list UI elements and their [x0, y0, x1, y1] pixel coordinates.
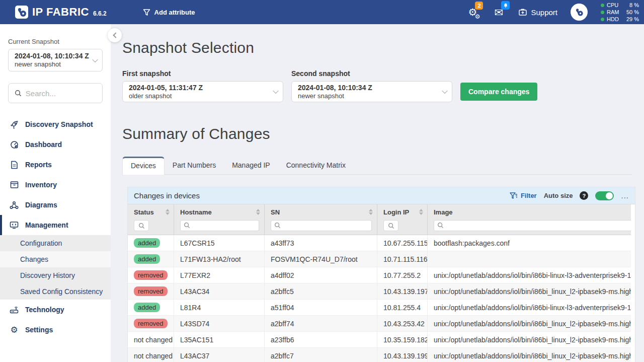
cell-sn: a23ffb6: [265, 332, 377, 347]
status-badge: added: [134, 238, 160, 248]
column-header-image[interactable]: Image: [428, 204, 635, 220]
brand-name: IP FABRIC: [32, 6, 89, 19]
sidebar-item-label: Reports: [25, 161, 52, 169]
sidebar-item-diagrams[interactable]: Diagrams: [0, 195, 111, 215]
column-header-login-ip[interactable]: Login IP: [377, 204, 428, 220]
cell-hostname: L67CSR15: [174, 235, 265, 251]
cell-status: added: [128, 235, 174, 251]
compare-changes-button[interactable]: Compare changes: [460, 83, 537, 101]
column-header-status[interactable]: Status: [128, 204, 174, 220]
cell-sn: a4dff02: [265, 267, 377, 283]
cell-hostname: L43SD74: [174, 316, 265, 331]
cell-hostname: L77EXR2: [174, 267, 265, 283]
table-row[interactable]: addedL71FW13-HA2/rootFOSVM1QC-R74U_D7/ro…: [128, 251, 635, 267]
table-filter-row: [128, 220, 635, 235]
more-options-button[interactable]: ...: [621, 191, 629, 200]
sidebar-item-discovery-snapshot[interactable]: Discovery Snapshot: [0, 114, 111, 134]
rocket-icon: [9, 120, 19, 129]
table-row[interactable]: not changedL35AC151a23ffb610.35.159.182u…: [128, 332, 635, 348]
sidebar-item-reports[interactable]: Reports: [0, 155, 111, 175]
status-dot-icon: [601, 11, 604, 14]
sidebar-collapse-button[interactable]: [108, 28, 122, 42]
first-aid-kit-icon: [518, 8, 527, 17]
main-content: Snapshot Selection First snapshot 2024-0…: [111, 24, 644, 362]
cell-status: removed: [128, 283, 174, 299]
table-body: addedL67CSR15a43ff7310.67.255.115bootfla…: [128, 235, 635, 362]
search-input[interactable]: [26, 89, 96, 98]
chevron-down-icon: [92, 56, 98, 62]
messages-button[interactable]: ✉: [492, 6, 505, 19]
sidebar-subitem-discovery-history[interactable]: Discovery History: [0, 267, 111, 283]
sidebar-item-label: Inventory: [25, 181, 57, 189]
column-header-hostname[interactable]: Hostname: [174, 204, 265, 220]
cell-sn: a2bff74: [265, 316, 377, 331]
filter-search-button-status[interactable]: [134, 220, 149, 231]
current-snapshot-select[interactable]: 2024-01-08, 10:10:34 Z newer snapshot: [8, 49, 103, 71]
sidebar-item-technology[interactable]: Technology: [0, 300, 111, 320]
router-icon: [9, 306, 19, 314]
sidebar-item-label: Diagrams: [25, 201, 57, 209]
sidebar-item-inventory[interactable]: Inventory: [0, 175, 111, 195]
table-row[interactable]: removedL43SD74a2bff7410.43.253.42unix:/o…: [128, 316, 635, 332]
summary-title: Summary of Changes: [122, 125, 644, 142]
status-badge: removed: [134, 270, 168, 280]
sidebar-item-settings[interactable]: ⚙Settings: [0, 320, 111, 340]
sidebar-item-management[interactable]: Management: [0, 215, 111, 235]
support-button[interactable]: Support: [518, 8, 557, 17]
sort-icon[interactable]: [416, 209, 423, 215]
cell-image: unix:/opt/unetlab/addons/iol/bin/i86bi_l…: [428, 316, 635, 331]
dashboard-icon: [9, 140, 19, 149]
first-snapshot-select[interactable]: 2024-01-05, 11:31:47 Z older snapshot: [122, 81, 283, 102]
filter-cell-sn: [265, 220, 377, 235]
tab-devices[interactable]: Devices: [122, 157, 165, 175]
report-icon: [9, 161, 19, 169]
settings-gears-button[interactable]: ⚙ ⚙ 2: [466, 6, 479, 19]
table-row[interactable]: addedL67CSR15a43ff7310.67.255.115bootfla…: [128, 235, 635, 251]
table-header-row: StatusHostnameSNLogin IPImage: [128, 204, 635, 220]
cell-sn: a51ff04: [265, 300, 377, 315]
filter-input-image[interactable]: [434, 220, 635, 231]
cell-hostname: L71FW13-HA2/root: [174, 251, 265, 267]
tab-connectivity-matrix[interactable]: Connectivity Matrix: [278, 157, 354, 174]
brand-logo[interactable]: IP FABRIC 6.6.2: [0, 6, 107, 19]
filter-input-hostname[interactable]: [180, 220, 259, 231]
user-avatar[interactable]: [571, 4, 588, 21]
table-row[interactable]: addedL81R4a51ff0410.81.255.4unix:/opt/un…: [128, 300, 635, 316]
auto-size-toggle[interactable]: [595, 191, 614, 200]
filter-button[interactable]: Filter: [510, 192, 537, 199]
table-row[interactable]: removedL43AC34a2bffc510.43.139.197unix:/…: [128, 283, 635, 300]
table-row[interactable]: removedL77EXR2a4dff0210.77.255.2unix:/op…: [128, 267, 635, 283]
sort-icon[interactable]: [163, 209, 170, 215]
cell-status: not changed: [128, 332, 174, 347]
vertical-scrollbar[interactable]: [631, 204, 635, 362]
filter-search-button-login-ip[interactable]: [383, 220, 398, 231]
tab-managed-ip[interactable]: Managed IP: [224, 157, 278, 174]
sort-icon[interactable]: [366, 209, 373, 215]
add-attribute-button[interactable]: Add attribute: [143, 9, 195, 16]
sidebar-subitem-changes[interactable]: Changes: [0, 251, 111, 267]
sidebar-item-dashboard[interactable]: Dashboard: [0, 134, 111, 155]
inventory-box-icon: [9, 181, 19, 189]
magnifier-icon: [437, 222, 444, 229]
sidebar-search[interactable]: [8, 83, 103, 103]
page-title: Snapshot Selection: [122, 39, 644, 56]
filter-input-sn[interactable]: [271, 220, 372, 231]
search-icon: [15, 89, 22, 97]
table-row[interactable]: not changedL43AC37a2bffc710.43.139.199un…: [128, 348, 635, 362]
sidebar-subitem-configuration[interactable]: Configuration: [0, 235, 111, 251]
gears-icon-small: ⚙: [475, 14, 480, 20]
cell-sn: a2bffc7: [265, 348, 377, 362]
add-attribute-label: Add attribute: [154, 9, 195, 16]
support-label: Support: [531, 8, 557, 17]
second-snapshot-select[interactable]: 2024-01-08, 10:10:34 Z newer snapshot: [291, 81, 452, 102]
column-header-sn[interactable]: SN: [265, 204, 377, 220]
table-title: Changes in devices: [134, 191, 200, 200]
app-version: 6.6.2: [93, 10, 107, 17]
ram-stat: RAM 50 %: [601, 9, 639, 16]
cell-image: unix:/opt/unetlab/addons/iol/bin/i86bi-l…: [428, 267, 635, 283]
help-button[interactable]: ?: [580, 191, 588, 200]
sidebar-subitem-saved-config-consistency[interactable]: Saved Config Consistency: [0, 283, 111, 300]
sort-icon[interactable]: [253, 209, 260, 215]
cell-login-ip: 10.77.255.2: [377, 267, 428, 283]
tab-part-numbers[interactable]: Part Numbers: [165, 157, 224, 174]
